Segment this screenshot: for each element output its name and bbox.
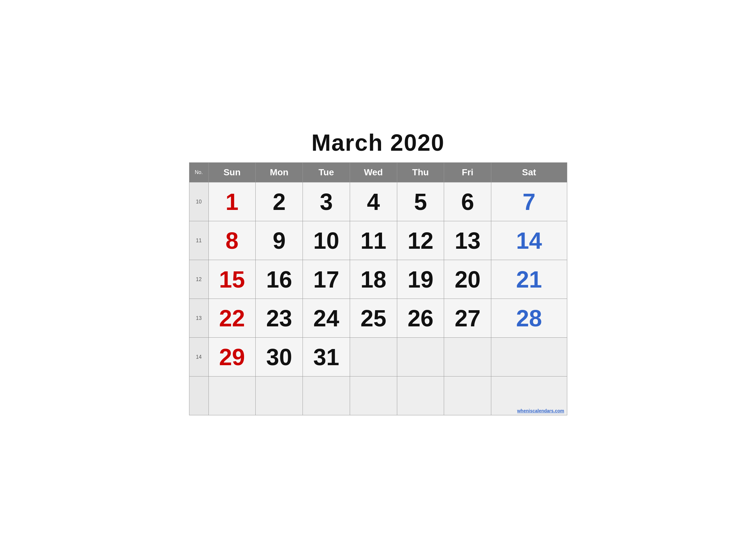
day-cell[interactable]: 6	[444, 183, 491, 221]
day-cell[interactable]: 10	[303, 221, 350, 260]
calendar-body: 1012345671189101112131412151617181920211…	[189, 183, 567, 415]
day-cell[interactable]: 20	[444, 260, 491, 299]
day-cell[interactable]: 13	[444, 221, 491, 260]
day-cell[interactable]	[350, 338, 397, 377]
day-cell[interactable]: 26	[397, 299, 444, 338]
day-cell[interactable]	[491, 338, 567, 377]
day-cell[interactable]: 22	[208, 299, 256, 338]
day-cell[interactable]	[350, 377, 397, 415]
day-cell[interactable]	[208, 377, 256, 415]
day-cell[interactable]: 8	[208, 221, 256, 260]
week-row: 101234567	[189, 183, 567, 221]
day-cell[interactable]	[397, 338, 444, 377]
day-cell[interactable]: 11	[350, 221, 397, 260]
day-cell[interactable]: 27	[444, 299, 491, 338]
week-row: 11891011121314	[189, 221, 567, 260]
day-cell[interactable]: 5	[397, 183, 444, 221]
week-number: 12	[189, 260, 208, 299]
day-cell[interactable]: 24	[303, 299, 350, 338]
day-cell[interactable]: 4	[350, 183, 397, 221]
day-cell[interactable]: 14	[491, 221, 567, 260]
fri-header: Fri	[444, 163, 491, 183]
no-header: No.	[189, 163, 208, 183]
day-cell[interactable]: 21	[491, 260, 567, 299]
sat-header: Sat	[491, 163, 567, 183]
mon-header: Mon	[256, 163, 303, 183]
sun-header: Sun	[208, 163, 256, 183]
day-cell[interactable]: 3	[303, 183, 350, 221]
day-cell[interactable]: 19	[397, 260, 444, 299]
day-cell[interactable]: 12	[397, 221, 444, 260]
day-cell[interactable]: 18	[350, 260, 397, 299]
day-cell[interactable]: 16	[256, 260, 303, 299]
week-number	[189, 377, 208, 415]
week-number: 14	[189, 338, 208, 377]
calendar-title: March 2020	[189, 120, 567, 162]
day-cell[interactable]: 15	[208, 260, 256, 299]
day-cell[interactable]	[303, 377, 350, 415]
thu-header: Thu	[397, 163, 444, 183]
day-cell[interactable]: 9	[256, 221, 303, 260]
day-cell[interactable]	[444, 377, 491, 415]
calendar-container: March 2020 No. Sun Mon Tue Wed Thu Fri S…	[189, 120, 567, 415]
day-cell[interactable]	[397, 377, 444, 415]
day-cell[interactable]: 17	[303, 260, 350, 299]
day-cell[interactable]: 2	[256, 183, 303, 221]
day-cell[interactable]: 29	[208, 338, 256, 377]
day-cell[interactable]: 30	[256, 338, 303, 377]
day-cell[interactable]: 1	[208, 183, 256, 221]
week-number: 13	[189, 299, 208, 338]
header-row: No. Sun Mon Tue Wed Thu Fri Sat	[189, 163, 567, 183]
week-number: 10	[189, 183, 208, 221]
day-cell[interactable]: 7	[491, 183, 567, 221]
day-cell[interactable]	[444, 338, 491, 377]
attribution-link[interactable]: wheniscalendars.com	[517, 408, 564, 413]
calendar-table: No. Sun Mon Tue Wed Thu Fri Sat 10123456…	[189, 162, 567, 415]
day-cell[interactable]: 23	[256, 299, 303, 338]
tue-header: Tue	[303, 163, 350, 183]
week-number: 11	[189, 221, 208, 260]
day-cell[interactable]: wheniscalendars.com	[491, 377, 567, 415]
week-row: wheniscalendars.com	[189, 377, 567, 415]
day-cell[interactable]: 28	[491, 299, 567, 338]
week-row: 1215161718192021	[189, 260, 567, 299]
week-row: 14293031	[189, 338, 567, 377]
day-cell[interactable]	[256, 377, 303, 415]
week-row: 1322232425262728	[189, 299, 567, 338]
wed-header: Wed	[350, 163, 397, 183]
day-cell[interactable]: 31	[303, 338, 350, 377]
day-cell[interactable]: 25	[350, 299, 397, 338]
